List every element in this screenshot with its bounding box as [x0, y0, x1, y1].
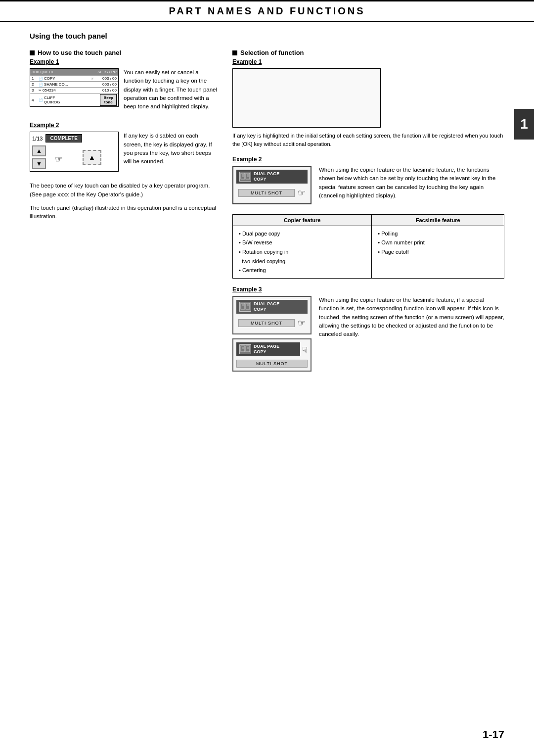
right-example3-label: Example 3	[232, 286, 504, 293]
header-title: PART NAMES AND FUNCTIONS	[169, 5, 365, 16]
page-header: PART NAMES AND FUNCTIONS	[0, 0, 534, 22]
copier-features-cell: • Dual page copy • B/W reverse • Rotatio…	[233, 226, 372, 278]
right-column: Selection of function Example 1 If any k…	[232, 49, 504, 381]
table-row: 1 📄 COPY ☞ 003 / 00	[30, 75, 118, 81]
example2-label: Example 2	[30, 122, 218, 129]
job-queue-header: JOB QUEUE SETS / PR	[30, 69, 118, 75]
finger-icon2: ☞	[298, 188, 306, 198]
svg-rect-1	[246, 173, 250, 179]
svg-rect-8	[241, 303, 245, 309]
example3-mockups: DUAL PAGECOPY MULTI SHOT ☞	[232, 296, 312, 377]
finger-icon3: ☞	[298, 318, 306, 329]
example2-area: 1/13 COMPLETE ▲ ▼ ☞ ▲	[30, 132, 218, 176]
example1-label: Example 1	[30, 58, 218, 65]
svg-rect-9	[246, 303, 250, 309]
main-content: Using the touch panel How to use the tou…	[0, 32, 534, 381]
section-title: Using the touch panel	[30, 32, 504, 40]
two-column-layout: How to use the touch panel Example 1 JOB…	[30, 49, 504, 381]
complete-mockup: 1/13 COMPLETE ▲ ▼ ☞ ▲	[30, 132, 119, 172]
arrows-row: ▲ ▼ ☞ ▲	[32, 145, 116, 169]
left-column: How to use the touch panel Example 1 JOB…	[30, 49, 218, 381]
multi-shot-label2: MULTI SHOT	[238, 319, 295, 327]
dual-page-top-bar: DUAL PAGECOPY	[236, 170, 308, 184]
example3-right-area: DUAL PAGECOPY MULTI SHOT ☞	[232, 296, 504, 377]
up-arrow-button[interactable]: ▲	[32, 145, 46, 156]
table-row: 4 📄 CLIFF QUIROG Beeptone	[30, 93, 118, 106]
example3-right-desc: When using the copier feature or the fac…	[319, 296, 504, 377]
finger-icon4: ☟	[302, 345, 308, 356]
arrow-buttons: ▲ ▼	[32, 145, 46, 169]
example2-body-text: If any key is disabled on each screen, t…	[124, 132, 218, 171]
dual-page-top-bar2: DUAL PAGECOPY	[236, 300, 308, 314]
right-example1-label: Example 1	[232, 58, 504, 65]
table-row: 2 📄 SHANE CO... 003 / 00	[30, 81, 118, 87]
dual-page-mockup-example2: DUAL PAGECOPY MULTI SHOT ☞	[232, 166, 312, 209]
table-row: • Dual page copy • B/W reverse • Rotatio…	[233, 226, 504, 278]
svg-rect-14	[241, 346, 245, 352]
finger-icon: ☞	[55, 154, 63, 165]
beep-tone-button[interactable]: Beeptone	[100, 94, 117, 106]
note2-text: The touch panel (display) illustrated in…	[30, 204, 218, 221]
page-tab: 1	[514, 109, 534, 140]
dual-page-copy-label3: DUAL PAGECOPY	[254, 344, 279, 355]
right-info-text: If any key is highlighted in the initial…	[232, 132, 504, 148]
right-subsection-title: Selection of function	[232, 49, 504, 56]
dual-page-icon2	[239, 302, 251, 312]
svg-rect-0	[241, 173, 245, 179]
page-footer: 1-17	[483, 728, 504, 741]
dual-page-copy-label2: DUAL PAGECOPY	[254, 301, 279, 312]
down-arrow-button[interactable]: ▼	[32, 158, 46, 169]
example1-area: JOB QUEUE SETS / PR 1 📄 COPY ☞ 003 / 00 …	[30, 68, 218, 116]
example2-right-desc: When using the copier feature or the fac…	[319, 166, 504, 209]
dual-page-copy-label: DUAL PAGECOPY	[254, 171, 279, 182]
example2-right-area: DUAL PAGECOPY MULTI SHOT ☞ When using th…	[232, 166, 504, 209]
table-header-facsimile: Facsimile feature	[372, 214, 504, 226]
table-row: 3 ✂ 054234 010 / 00	[30, 87, 118, 93]
black-square-icon2	[232, 50, 237, 55]
complete-button[interactable]: COMPLETE	[45, 134, 82, 142]
right-example2-label: Example 2	[232, 156, 504, 163]
facsimile-features-cell: • Polling • Own number print • Page cuto…	[372, 226, 504, 278]
feature-table: Copier feature Facsimile feature • Dual …	[232, 214, 504, 279]
dual-page-top-bar3: DUAL PAGECOPY	[236, 342, 300, 356]
dual-page-icon	[239, 172, 251, 182]
black-square-icon	[30, 50, 35, 55]
finger-area: ☞ ▲	[55, 150, 101, 165]
svg-rect-15	[246, 346, 250, 352]
function-display-box	[232, 68, 381, 128]
complete-header: 1/13 COMPLETE	[32, 134, 116, 142]
job-queue-mockup: JOB QUEUE SETS / PR 1 📄 COPY ☞ 003 / 00 …	[30, 68, 119, 107]
example1-body-text: You can easily set or cancel a function …	[124, 68, 218, 116]
dotted-up-button[interactable]: ▲	[83, 150, 101, 165]
multi-shot-label3: MULTI SHOT	[236, 360, 308, 368]
multi-shot-label: MULTI SHOT	[238, 189, 295, 197]
left-subsection-title: How to use the touch panel	[30, 49, 218, 56]
table-header-copier: Copier feature	[233, 214, 372, 226]
note1-text: The beep tone of key touch can be disabl…	[30, 182, 218, 199]
dual-page-icon3	[239, 344, 251, 354]
